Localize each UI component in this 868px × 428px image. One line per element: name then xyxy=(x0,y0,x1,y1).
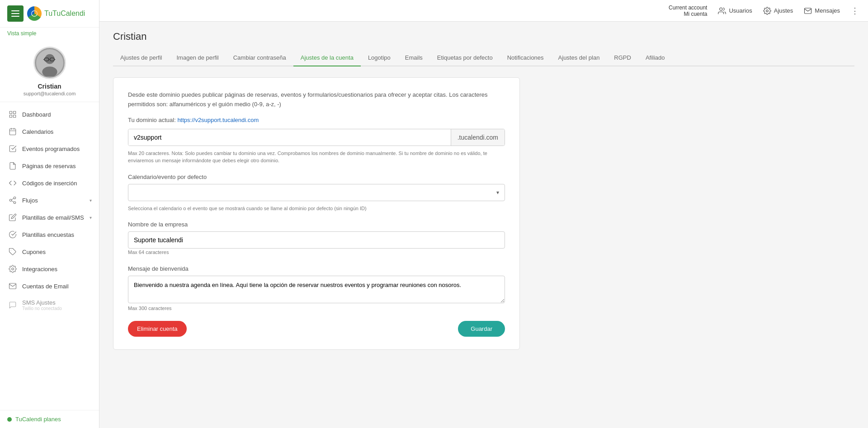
sidebar-label-sms: SMS Ajustes xyxy=(22,299,62,306)
logo[interactable]: TuTuCalendi xyxy=(27,6,85,21)
check-circle-icon xyxy=(9,230,17,239)
share-icon xyxy=(9,196,17,204)
tab-imagen-perfil[interactable]: Imagen de perfil xyxy=(170,50,226,66)
mail-icon xyxy=(9,282,17,290)
svg-line-21 xyxy=(11,198,14,200)
tab-ajustes-perfil[interactable]: Ajustes de perfil xyxy=(113,50,170,66)
tab-notificaciones[interactable]: Notificaciones xyxy=(500,50,551,66)
sidebar-item-dashboard[interactable]: Dashboard xyxy=(0,106,99,123)
content-area: Cristian Ajustes de perfil Imagen de per… xyxy=(99,22,868,428)
plans-link[interactable]: TuCalendi planes xyxy=(7,416,92,423)
hamburger-button[interactable] xyxy=(7,5,24,22)
svg-rect-9 xyxy=(9,111,12,113)
company-input[interactable] xyxy=(128,231,505,249)
welcome-hint: Max 300 caracteres xyxy=(128,305,505,312)
settings-icon xyxy=(9,265,17,273)
sidebar-label-cupones: Cupones xyxy=(22,249,46,255)
sidebar-header: TuTuCalendi xyxy=(0,0,99,28)
sidebar-label-cuentas-email: Cuentas de Email xyxy=(22,283,69,290)
flujos-chevron-icon: ▾ xyxy=(90,198,92,203)
sidebar-label-codigos: Códigos de inserción xyxy=(22,180,77,187)
current-account-label: Current account xyxy=(669,5,707,11)
calendar-select[interactable] xyxy=(128,184,505,201)
svg-rect-10 xyxy=(14,111,16,113)
user-email: support@tucalendi.com xyxy=(24,91,76,96)
svg-point-17 xyxy=(14,197,16,199)
svg-point-24 xyxy=(720,8,722,10)
domain-hint: Max 20 caracteres. Nota: Solo puedes cam… xyxy=(128,150,505,165)
ajustes-nav-item[interactable]: Ajustes xyxy=(763,7,793,15)
sidebar-label-eventos: Eventos programados xyxy=(22,146,80,152)
sidebar-sms-content: SMS Ajustes Twilio no conectado xyxy=(22,299,62,311)
current-domain-line: Tu dominio actual: https://v2support.tuc… xyxy=(128,117,505,123)
mensajes-nav-item[interactable]: Mensajes xyxy=(804,7,840,15)
logo-text: TuTuCalendi xyxy=(44,9,85,18)
domain-input[interactable] xyxy=(128,129,451,146)
form-card: Desde este dominio puedes publicar págin… xyxy=(113,77,520,350)
plantillas-chevron-icon: ▾ xyxy=(90,215,92,220)
sidebar-label-encuestas: Plantillas encuestas xyxy=(22,231,74,238)
file-icon xyxy=(9,162,17,170)
plans-label: TuCalendi planes xyxy=(15,416,61,423)
save-button[interactable]: Guardar xyxy=(458,321,505,337)
domain-input-row: .tucalendi.com xyxy=(128,129,505,146)
mensajes-label: Mensajes xyxy=(815,7,840,14)
sidebar-label-integraciones: Integraciones xyxy=(22,266,57,273)
sidebar-label-flujos: Flujos xyxy=(22,197,38,204)
tab-ajustes-plan[interactable]: Ajustes del plan xyxy=(551,50,607,66)
form-actions: Eliminar cuenta Guardar xyxy=(128,321,505,337)
usuarios-label: Usuarios xyxy=(729,7,752,14)
more-options-button[interactable]: ⋮ xyxy=(851,6,859,16)
svg-point-2 xyxy=(45,54,55,64)
gear-icon xyxy=(763,7,771,15)
sidebar-item-codigos[interactable]: Códigos de inserción xyxy=(0,174,99,192)
usuarios-nav-item[interactable]: Usuarios xyxy=(718,7,752,15)
tab-ajustes-cuenta[interactable]: Ajustes de la cuenta xyxy=(293,50,361,66)
sidebar-item-cuentas-email[interactable]: Cuentas de Email xyxy=(0,277,99,295)
calendar-label: Calendario/evento por defecto xyxy=(128,174,505,180)
svg-rect-12 xyxy=(9,115,12,118)
current-domain-value[interactable]: https://v2support.tucalendi.com xyxy=(177,117,259,123)
main-area: Current account Mi cuenta Usuarios Ajust… xyxy=(99,0,868,428)
tab-afiliado[interactable]: Afiliado xyxy=(638,50,672,66)
welcome-label: Mensaje de bienvenida xyxy=(128,265,505,272)
sidebar-item-calendarios[interactable]: Calendarios xyxy=(0,123,99,140)
tab-emails[interactable]: Emails xyxy=(398,50,430,66)
sidebar-label-reservas: Páginas de reservas xyxy=(22,163,76,169)
sidebar-item-plantillas-email[interactable]: Plantillas de email/SMS ▾ xyxy=(0,209,99,226)
current-account-info: Current account Mi cuenta xyxy=(669,5,707,17)
sidebar-item-integraciones[interactable]: Integraciones xyxy=(0,260,99,277)
tab-etiquetas[interactable]: Etiquetas por defecto xyxy=(430,50,500,66)
tab-cambiar-contrasena[interactable]: Cambiar contraseña xyxy=(226,50,293,66)
tab-logotipo[interactable]: Logotipo xyxy=(361,50,398,66)
mi-cuenta-label: Mi cuenta xyxy=(669,11,707,17)
edit-icon xyxy=(9,213,17,221)
sidebar-item-sms[interactable]: SMS Ajustes Twilio no conectado xyxy=(0,295,99,315)
sidebar-bottom: TuCalendi planes xyxy=(0,410,99,428)
vista-simple-link[interactable]: Vista simple xyxy=(0,28,99,39)
tabs: Ajustes de perfil Imagen de perfil Cambi… xyxy=(113,50,854,66)
sidebar-item-cupones[interactable]: Cupones xyxy=(0,243,99,260)
welcome-textarea[interactable]: Bienvenido a nuestra agenda en línea. Aq… xyxy=(128,276,505,303)
sidebar-label-plantillas-email: Plantillas de email/SMS xyxy=(22,214,84,221)
calendar-select-wrapper: ▾ xyxy=(128,184,505,201)
sidebar-item-eventos[interactable]: Eventos programados xyxy=(0,140,99,157)
company-label: Nombre de la empresa xyxy=(128,221,505,228)
grid-icon xyxy=(9,110,17,118)
sidebar-item-flujos[interactable]: Flujos ▾ xyxy=(0,192,99,209)
user-profile: Cristian support@tucalendi.com xyxy=(0,39,99,102)
calendar-icon xyxy=(9,127,17,136)
delete-account-button[interactable]: Eliminar cuenta xyxy=(128,321,187,337)
company-hint: Max 64 caracteres xyxy=(128,249,505,256)
sidebar-item-encuestas[interactable]: Plantillas encuestas xyxy=(0,226,99,243)
code-icon xyxy=(9,179,17,187)
avatar xyxy=(33,47,66,79)
tab-rgpd[interactable]: RGPD xyxy=(607,50,638,66)
form-description: Desde este dominio puedes publicar págin… xyxy=(128,90,505,109)
sidebar: TuTuCalendi Vista simple Cristian suppor… xyxy=(0,0,99,428)
mail-top-icon xyxy=(804,7,812,15)
sidebar-item-reservas[interactable]: Páginas de reservas xyxy=(0,157,99,174)
sidebar-sms-subtitle: Twilio no conectado xyxy=(22,306,62,311)
sidebar-nav: Dashboard Calendarios Eventos programado… xyxy=(0,102,99,410)
check-square-icon xyxy=(9,145,17,153)
